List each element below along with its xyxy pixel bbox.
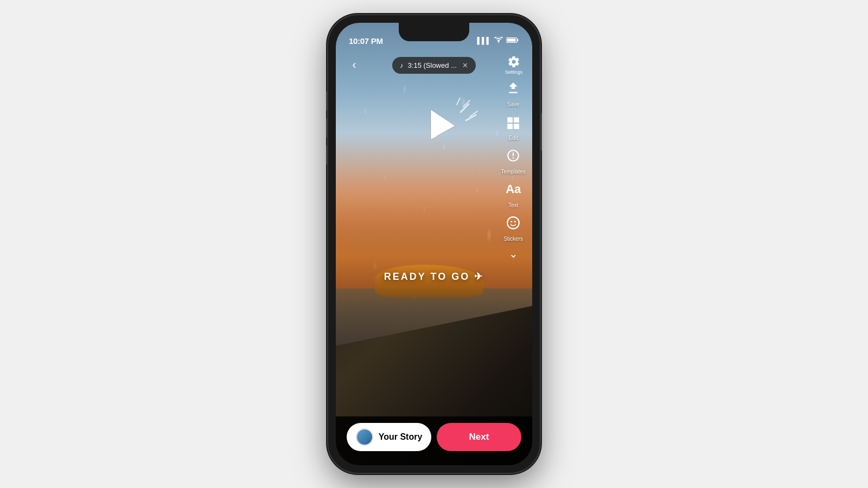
stickers-icon — [502, 211, 525, 234]
gear-icon — [507, 55, 520, 68]
svg-rect-10 — [507, 117, 513, 123]
templates-icon — [502, 144, 525, 167]
status-bar: 10:07 PM ▌▌▌ — [336, 23, 532, 51]
edit-label: Edit — [509, 135, 518, 141]
music-note-icon: ♪ — [400, 61, 404, 69]
save-icon — [502, 77, 525, 100]
edit-tool[interactable]: Edit — [502, 111, 525, 141]
right-tools-panel: Save Edit — [501, 77, 526, 260]
status-icons: ▌▌▌ — [477, 37, 519, 45]
wifi-icon — [494, 37, 503, 45]
status-time: 10:07 PM — [349, 36, 383, 46]
save-tool[interactable]: Save — [502, 77, 525, 107]
settings-button[interactable]: Settings — [504, 55, 524, 75]
avatar — [356, 428, 373, 446]
svg-point-14 — [507, 217, 519, 229]
edit-icon — [502, 111, 525, 133]
svg-point-16 — [514, 221, 516, 222]
templates-label: Templates — [501, 169, 526, 175]
your-story-label: Your Story — [379, 432, 423, 442]
music-title-label: 3:15 (Slowed ... — [408, 61, 457, 69]
text-tool[interactable]: Aa Text — [502, 178, 525, 208]
stickers-tool[interactable]: Stickers — [502, 211, 525, 242]
your-story-button[interactable]: Your Story — [347, 423, 431, 451]
next-button[interactable]: Next — [437, 423, 521, 451]
top-bar: ‹ ♪ 3:15 (Slowed ... ✕ Settings — [336, 51, 532, 79]
svg-point-15 — [510, 221, 512, 222]
svg-rect-13 — [514, 124, 519, 129]
svg-rect-12 — [507, 124, 513, 129]
settings-label: Settings — [505, 69, 523, 75]
expand-more-icon[interactable]: ⌄ — [509, 247, 518, 260]
bottom-bar: Your Story Next — [336, 416, 532, 465]
next-label: Next — [469, 432, 489, 442]
music-pill[interactable]: ♪ 3:15 (Slowed ... ✕ — [392, 57, 476, 74]
svg-rect-9 — [507, 38, 516, 42]
templates-tool[interactable]: Templates — [501, 144, 526, 175]
back-icon: ‹ — [352, 58, 356, 72]
svg-rect-11 — [514, 117, 519, 123]
back-button[interactable]: ‹ — [344, 55, 364, 75]
stickers-label: Stickers — [503, 236, 523, 242]
svg-rect-8 — [517, 39, 518, 41]
overlay-text: READY TO GO ✈ — [384, 271, 484, 282]
phone-device: 10:07 PM ▌▌▌ ‹ — [328, 15, 540, 473]
music-close-icon[interactable]: ✕ — [462, 61, 468, 69]
avatar-image — [357, 429, 372, 445]
text-label: Text — [508, 202, 518, 208]
phone-screen: 10:07 PM ▌▌▌ ‹ — [336, 23, 532, 465]
text-icon: Aa — [502, 178, 525, 201]
battery-icon — [506, 37, 519, 45]
save-label: Save — [507, 101, 520, 107]
signal-icon: ▌▌▌ — [477, 37, 491, 44]
